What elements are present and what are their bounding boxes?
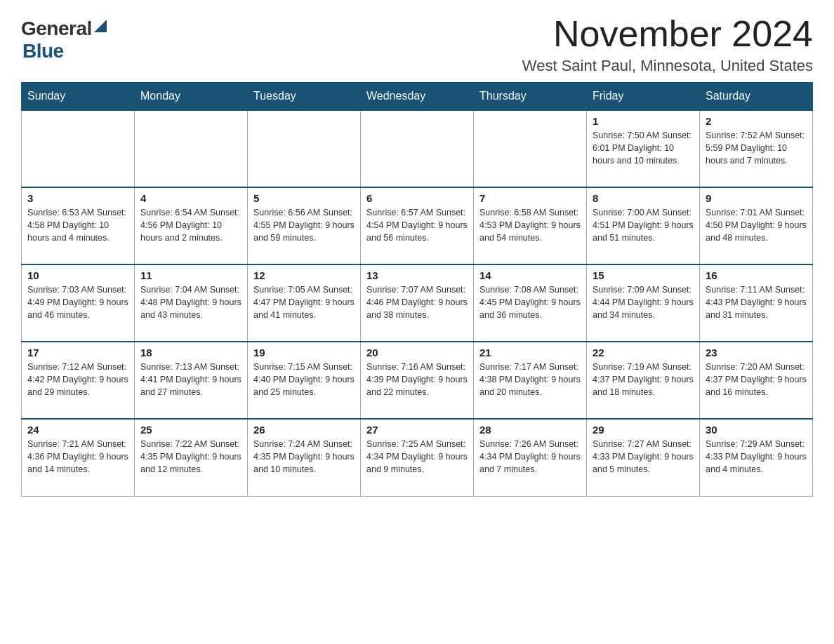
day-info: Sunrise: 7:22 AM Sunset: 4:35 PM Dayligh… [140,438,241,476]
logo-blue-text: Blue [22,40,64,62]
day-info: Sunrise: 6:53 AM Sunset: 4:58 PM Dayligh… [27,206,128,244]
calendar-cell: 19Sunrise: 7:15 AM Sunset: 4:40 PM Dayli… [248,342,361,419]
col-header-friday: Friday [587,83,700,111]
calendar-cell: 22Sunrise: 7:19 AM Sunset: 4:37 PM Dayli… [587,342,700,419]
day-number: 9 [706,192,807,204]
col-header-saturday: Saturday [700,83,813,111]
day-number: 1 [593,115,694,127]
day-number: 28 [479,424,581,436]
day-info: Sunrise: 7:03 AM Sunset: 4:49 PM Dayligh… [27,283,128,321]
day-info: Sunrise: 7:20 AM Sunset: 4:37 PM Dayligh… [706,361,807,398]
month-title: November 2024 [522,14,813,54]
calendar-header-row: SundayMondayTuesdayWednesdayThursdayFrid… [22,83,813,111]
calendar-cell: 13Sunrise: 7:07 AM Sunset: 4:46 PM Dayli… [361,264,474,342]
day-number: 15 [593,269,694,281]
calendar-cell: 23Sunrise: 7:20 AM Sunset: 4:37 PM Dayli… [700,342,813,419]
calendar-cell: 11Sunrise: 7:04 AM Sunset: 4:48 PM Dayli… [135,264,248,342]
day-info: Sunrise: 7:09 AM Sunset: 4:44 PM Dayligh… [593,283,694,321]
calendar-cell: 16Sunrise: 7:11 AM Sunset: 4:43 PM Dayli… [700,264,813,342]
day-number: 6 [366,192,468,204]
day-info: Sunrise: 7:27 AM Sunset: 4:33 PM Dayligh… [593,438,694,476]
calendar-cell: 6Sunrise: 6:57 AM Sunset: 4:54 PM Daylig… [361,187,474,264]
day-number: 3 [27,192,128,204]
title-area: November 2024 West Saint Paul, Minnesota… [522,14,813,75]
day-number: 11 [140,269,241,281]
calendar-cell [248,110,361,187]
day-info: Sunrise: 7:17 AM Sunset: 4:38 PM Dayligh… [479,361,581,398]
day-number: 7 [479,192,581,204]
calendar-cell: 30Sunrise: 7:29 AM Sunset: 4:33 PM Dayli… [700,419,813,496]
day-info: Sunrise: 7:00 AM Sunset: 4:51 PM Dayligh… [593,206,694,244]
day-number: 10 [27,269,128,281]
day-info: Sunrise: 7:13 AM Sunset: 4:41 PM Dayligh… [140,361,241,398]
calendar-cell [474,110,587,187]
calendar-cell: 8Sunrise: 7:00 AM Sunset: 4:51 PM Daylig… [587,187,700,264]
calendar-cell: 7Sunrise: 6:58 AM Sunset: 4:53 PM Daylig… [474,187,587,264]
day-info: Sunrise: 7:11 AM Sunset: 4:43 PM Dayligh… [706,283,807,321]
day-number: 4 [140,192,241,204]
calendar-cell: 27Sunrise: 7:25 AM Sunset: 4:34 PM Dayli… [361,419,474,496]
day-info: Sunrise: 7:25 AM Sunset: 4:34 PM Dayligh… [366,438,468,476]
calendar-cell: 26Sunrise: 7:24 AM Sunset: 4:35 PM Dayli… [248,419,361,496]
location-title: West Saint Paul, Minnesota, United State… [522,57,813,75]
day-number: 8 [593,192,694,204]
col-header-sunday: Sunday [22,83,135,111]
logo-area: General Blue [21,14,107,62]
logo-triangle-icon [94,20,107,32]
day-info: Sunrise: 7:19 AM Sunset: 4:37 PM Dayligh… [593,361,694,398]
calendar-cell: 5Sunrise: 6:56 AM Sunset: 4:55 PM Daylig… [248,187,361,264]
day-info: Sunrise: 6:58 AM Sunset: 4:53 PM Dayligh… [479,206,581,244]
day-number: 14 [479,269,581,281]
day-number: 19 [253,347,355,358]
calendar-cell [361,110,474,187]
calendar-cell [135,110,248,187]
calendar-cell: 14Sunrise: 7:08 AM Sunset: 4:45 PM Dayli… [474,264,587,342]
calendar-cell: 4Sunrise: 6:54 AM Sunset: 4:56 PM Daylig… [135,187,248,264]
col-header-monday: Monday [135,83,248,111]
calendar-cell: 12Sunrise: 7:05 AM Sunset: 4:47 PM Dayli… [248,264,361,342]
calendar-cell: 28Sunrise: 7:26 AM Sunset: 4:34 PM Dayli… [474,419,587,496]
calendar-cell: 3Sunrise: 6:53 AM Sunset: 4:58 PM Daylig… [22,187,135,264]
day-info: Sunrise: 7:50 AM Sunset: 6:01 PM Dayligh… [593,129,694,167]
day-number: 27 [366,424,468,436]
day-number: 26 [253,424,355,436]
day-info: Sunrise: 7:15 AM Sunset: 4:40 PM Dayligh… [253,361,355,398]
calendar-week-3: 10Sunrise: 7:03 AM Sunset: 4:49 PM Dayli… [22,264,813,342]
calendar-week-1: 1Sunrise: 7:50 AM Sunset: 6:01 PM Daylig… [22,110,813,187]
header: General Blue November 2024 West Saint Pa… [21,14,813,75]
calendar-cell [22,110,135,187]
col-header-tuesday: Tuesday [248,83,361,111]
day-number: 12 [253,269,355,281]
col-header-thursday: Thursday [474,83,587,111]
day-number: 18 [140,347,241,358]
day-info: Sunrise: 6:54 AM Sunset: 4:56 PM Dayligh… [140,206,241,244]
calendar-cell: 15Sunrise: 7:09 AM Sunset: 4:44 PM Dayli… [587,264,700,342]
calendar-cell: 25Sunrise: 7:22 AM Sunset: 4:35 PM Dayli… [135,419,248,496]
day-info: Sunrise: 6:56 AM Sunset: 4:55 PM Dayligh… [253,206,355,244]
day-info: Sunrise: 7:16 AM Sunset: 4:39 PM Dayligh… [366,361,468,398]
day-number: 20 [366,347,468,358]
calendar-cell: 2Sunrise: 7:52 AM Sunset: 5:59 PM Daylig… [700,110,813,187]
day-number: 21 [479,347,581,358]
day-info: Sunrise: 7:21 AM Sunset: 4:36 PM Dayligh… [27,438,128,476]
calendar-cell: 1Sunrise: 7:50 AM Sunset: 6:01 PM Daylig… [587,110,700,187]
calendar-cell: 24Sunrise: 7:21 AM Sunset: 4:36 PM Dayli… [22,419,135,496]
calendar-cell: 20Sunrise: 7:16 AM Sunset: 4:39 PM Dayli… [361,342,474,419]
day-number: 22 [593,347,694,358]
day-number: 5 [253,192,355,204]
day-info: Sunrise: 7:52 AM Sunset: 5:59 PM Dayligh… [706,129,807,167]
calendar-week-5: 24Sunrise: 7:21 AM Sunset: 4:36 PM Dayli… [22,419,813,496]
day-number: 17 [27,347,128,358]
day-number: 16 [706,269,807,281]
day-info: Sunrise: 7:26 AM Sunset: 4:34 PM Dayligh… [479,438,581,476]
day-number: 13 [366,269,468,281]
logo-general-text: General [21,18,92,40]
col-header-wednesday: Wednesday [361,83,474,111]
day-number: 23 [706,347,807,358]
day-number: 2 [706,115,807,127]
day-info: Sunrise: 7:07 AM Sunset: 4:46 PM Dayligh… [366,283,468,321]
day-info: Sunrise: 7:05 AM Sunset: 4:47 PM Dayligh… [253,283,355,321]
day-number: 25 [140,424,241,436]
day-number: 30 [706,424,807,436]
calendar-week-4: 17Sunrise: 7:12 AM Sunset: 4:42 PM Dayli… [22,342,813,419]
